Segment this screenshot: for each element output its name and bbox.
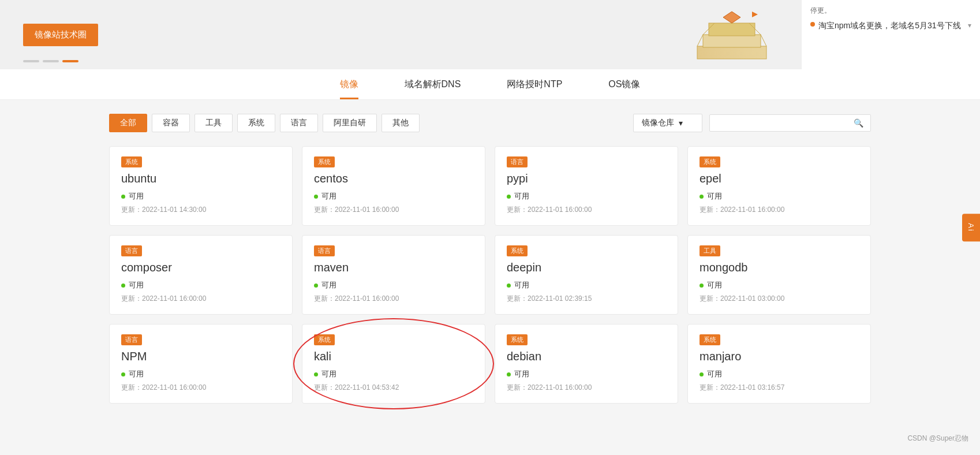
cards-grid: 系统 ubuntu 可用 更新：2022-11-01 14:30:00 系统 c… [109,146,871,404]
svg-marker-8 [723,12,740,23]
status-text: 可用 [321,280,336,290]
card-name: kali [314,350,473,363]
search-icon[interactable]: 🔍 [854,118,863,128]
card-debian[interactable]: 系统 debian 可用 更新：2022-11-01 16:00:00 [495,324,678,404]
tech-circle-button[interactable]: 镜像站技术圈 [23,24,98,46]
status-dot [314,284,318,288]
status-dot [121,372,125,376]
status-text: 可用 [514,369,529,379]
status-dot [507,372,511,376]
tab-os[interactable]: OS镜像 [608,79,640,99]
card-update: 更新：2022-11-01 16:00:00 [507,383,666,393]
card-tag: 语言 [121,245,142,256]
filter-right: 镜像仓库 ▾ 🔍 [633,114,871,132]
card-mongodb[interactable]: 工具 mongodb 可用 更新：2022-11-01 03:00:00 [687,235,871,315]
csdn-watermark: CSDN @Super忍物 [907,434,968,443]
card-tag: 语言 [507,156,528,167]
card-status: 可用 [507,191,666,202]
repo-select[interactable]: 镜像仓库 ▾ [633,114,702,132]
card-tag: 系统 [700,156,720,167]
card-name: epel [700,172,859,185]
card-status: 可用 [700,280,859,290]
tab-mirrors[interactable]: 镜像 [340,79,358,99]
repo-select-arrow-icon: ▾ [679,118,683,128]
card-name: debian [507,350,666,363]
card-manjaro[interactable]: 系统 manjaro 可用 更新：2022-11-01 03:16:57 [687,324,871,404]
filter-all[interactable]: 全部 [109,114,147,132]
status-dot [121,284,125,288]
card-status: 可用 [507,280,666,290]
filter-other[interactable]: 其他 [381,114,420,132]
nav-tabs: 镜像 域名解析DNS 网络授时NTP OS镜像 [0,69,980,100]
filter-bar: 全部 容器 工具 系统 语言 阿里自研 其他 镜像仓库 ▾ 🔍 [109,114,871,132]
notification-link-text[interactable]: 淘宝npm域名更换，老域名5月31号下线 [818,20,964,32]
card-name: composer [121,261,280,274]
status-dot [314,195,318,199]
status-dot [314,372,318,376]
card-update: 更新：2022-11-01 14:30:00 [121,205,280,215]
card-epel[interactable]: 系统 epel 可用 更新：2022-11-01 16:00:00 [687,146,871,226]
card-update: 更新：2022-11-01 16:00:00 [314,205,473,215]
card-tag: 工具 [700,245,720,256]
card-name: deepin [507,261,666,274]
card-update: 更新：2022-11-01 16:00:00 [314,294,473,304]
card-npm[interactable]: 语言 NPM 可用 更新：2022-11-01 16:00:00 [109,324,293,404]
notification-dot [810,22,815,27]
card-pypi[interactable]: 语言 pypi 可用 更新：2022-11-01 16:00:00 [495,146,678,226]
card-composer[interactable]: 语言 composer 可用 更新：2022-11-01 16:00:00 [109,235,293,315]
card-tag: 系统 [314,156,335,167]
card-name: pypi [507,172,666,185]
card-update: 更新：2022-11-01 16:00:00 [121,383,280,393]
notification-item[interactable]: 淘宝npm域名更换，老域名5月31号下线 ▾ [810,20,971,32]
slide-dot-2[interactable] [43,60,59,62]
main-content: 全部 容器 工具 系统 语言 阿里自研 其他 镜像仓库 ▾ 🔍 系统 ubunt… [86,100,894,417]
filter-container[interactable]: 容器 [152,114,190,132]
slide-dot-3[interactable] [62,60,78,62]
notification-panel: 停更。 淘宝npm域名更换，老域名5月31号下线 ▾ [801,0,980,69]
status-dot [507,284,511,288]
card-name: NPM [121,350,280,363]
status-dot [700,372,704,376]
card-deepin[interactable]: 系统 deepin 可用 更新：2022-11-01 02:39:15 [495,235,678,315]
card-centos[interactable]: 系统 centos 可用 更新：2022-11-01 16:00:00 [302,146,485,226]
search-input[interactable] [717,118,854,128]
notification-prefix: 停更。 [810,6,971,16]
card-maven[interactable]: 语言 maven 可用 更新：2022-11-01 16:00:00 [302,235,485,315]
status-text: 可用 [707,369,722,379]
filter-alibaba[interactable]: 阿里自研 [323,114,377,132]
card-status: 可用 [314,191,473,202]
tab-dns[interactable]: 域名解析DNS [405,79,461,99]
repo-select-label: 镜像仓库 [642,118,674,128]
banner-graphic [668,3,795,66]
status-text: 可用 [514,280,529,290]
filter-lang[interactable]: 语言 [280,114,318,132]
filter-system[interactable]: 系统 [237,114,275,132]
card-tag: 系统 [507,334,528,345]
status-text: 可用 [129,369,144,379]
card-tag: 系统 [700,334,720,345]
svg-rect-1 [697,46,766,59]
card-name: maven [314,261,473,274]
filter-tool[interactable]: 工具 [194,114,233,132]
svg-rect-3 [709,23,755,36]
card-update: 更新：2022-11-01 03:00:00 [700,294,859,304]
card-status: 可用 [314,369,473,379]
card-name: ubuntu [121,172,280,185]
card-name: centos [314,172,473,185]
card-name: mongodb [700,261,859,274]
card-update: 更新：2022-11-01 16:00:00 [700,205,859,215]
tab-ntp[interactable]: 网络授时NTP [507,79,562,99]
status-text: 可用 [707,280,722,290]
card-name: manjaro [700,350,859,363]
right-side-tab[interactable]: Ai [962,214,980,241]
slide-dot-1[interactable] [23,60,39,62]
card-ubuntu[interactable]: 系统 ubuntu 可用 更新：2022-11-01 14:30:00 [109,146,293,226]
status-text: 可用 [514,191,529,202]
card-status: 可用 [121,280,280,290]
svg-rect-2 [703,35,761,47]
card-tag: 语言 [121,334,142,345]
svg-line-6 [697,35,703,46]
card-status: 可用 [700,369,859,379]
card-kali[interactable]: 系统 kali 可用 更新：2022-11-01 04:53:42 [302,324,485,404]
card-tag: 系统 [314,334,335,345]
